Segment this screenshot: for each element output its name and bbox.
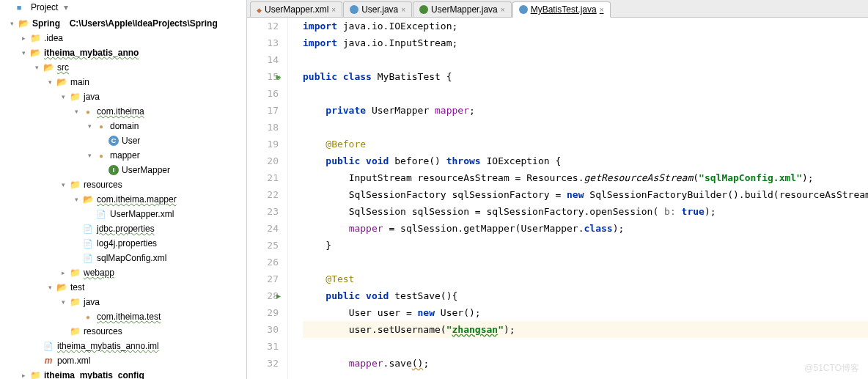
tree-item-main[interactable]: ▾ main: [0, 75, 246, 89]
tree-item-test-resources[interactable]: 📁 resources: [0, 324, 246, 339]
tree-item-jdbc-props[interactable]: jdbc.properties: [0, 221, 246, 236]
item-label: com.itheima.test: [97, 312, 161, 322]
item-label: test: [70, 282, 84, 292]
chevron-down-icon[interactable]: ▾: [70, 194, 82, 205]
close-icon[interactable]: ×: [401, 6, 405, 14]
tree-item-usermapper-xml[interactable]: UserMapper.xml: [0, 207, 246, 221]
item-label: java: [84, 297, 100, 307]
chevron-right-icon[interactable]: ▸: [18, 369, 29, 379]
item-label: com.itheima: [97, 106, 144, 117]
tree-item-src[interactable]: ▾ src: [0, 60, 246, 75]
tree-item-iml[interactable]: itheima_mybatis_anno.iml: [0, 339, 246, 353]
tree-item-user-class[interactable]: C User: [0, 133, 246, 148]
editor-tabs: UserMapper.xml × User.java × UserMapper.…: [247, 0, 868, 18]
chevron-down-icon[interactable]: ▾: [57, 91, 69, 103]
tree-item-main-java[interactable]: ▾ 📁 java: [0, 89, 246, 104]
tree-item-idea[interactable]: ▸ .idea: [0, 31, 246, 45]
tree-item-com-itheima-test[interactable]: com.itheima.test: [0, 309, 246, 324]
module-icon: [29, 369, 41, 379]
class-icon: [350, 5, 358, 14]
tree-item-test-java[interactable]: ▾ 📁 java: [0, 295, 246, 309]
item-label: itheima_mybatis_anno: [44, 48, 139, 58]
tab-usermapper-xml[interactable]: UserMapper.xml ×: [250, 1, 342, 17]
chevron-down-icon[interactable]: ▾: [57, 296, 69, 308]
test-src-icon: 📁: [69, 296, 81, 308]
chevron-down-icon[interactable]: ▾: [31, 62, 43, 73]
item-label: pom.xml: [57, 356, 90, 366]
tree-item-resources[interactable]: ▾ 📁 resources: [0, 177, 246, 192]
chevron-down-icon[interactable]: ▾: [57, 179, 69, 191]
tree-item-sqlmap-xml[interactable]: sqlMapConfig.xml: [0, 251, 246, 265]
item-label: main: [70, 77, 89, 87]
folder-icon: [18, 18, 29, 29]
java-src-icon: 📁: [69, 91, 81, 103]
tree-item-domain[interactable]: ▾ domain: [0, 119, 246, 133]
chevron-down-icon[interactable]: ▾: [18, 47, 29, 59]
close-icon[interactable]: ×: [501, 6, 505, 14]
tree-item-mapper-pkg[interactable]: ▾ mapper: [0, 148, 246, 163]
xml-icon: [95, 208, 107, 220]
project-root[interactable]: ▾ Spring C:\Users\Apple\IdeaProjects\Spr…: [0, 16, 246, 31]
item-label: resources: [84, 326, 122, 336]
class-icon: C: [108, 136, 119, 146]
run-gutter-icon[interactable]: ▶: [276, 287, 281, 304]
tab-label: UserMapper.xml: [265, 4, 328, 15]
chevron-down-icon[interactable]: ▾: [84, 120, 95, 132]
tree-item-module-config[interactable]: ▸ itheima_mybatis_config: [0, 368, 246, 379]
code-editor[interactable]: 12131415▶↻16171819202122232425262728▶293…: [247, 18, 868, 379]
tree-item-test[interactable]: ▾ test: [0, 280, 246, 295]
chevron-down-icon[interactable]: ▾: [84, 150, 95, 161]
package-icon: [82, 106, 94, 117]
project-tool-window[interactable]: Project ▾ ▾ Spring C:\Users\Apple\IdeaPr…: [0, 0, 247, 379]
chevron-down-icon[interactable]: ▾: [44, 76, 56, 88]
maven-icon: [43, 355, 54, 367]
properties-icon: [82, 238, 94, 249]
chevron-down-icon[interactable]: ▾: [6, 18, 18, 29]
item-label: webapp: [84, 268, 114, 278]
properties-icon: [82, 223, 94, 235]
editor-panel: UserMapper.xml × User.java × UserMapper.…: [247, 0, 868, 379]
tab-usermapper-java[interactable]: UserMapper.java ×: [413, 1, 512, 17]
code-area[interactable]: import java.io.IOException; import java.…: [288, 18, 868, 379]
chevron-down-icon[interactable]: ▾: [44, 282, 56, 293]
recursive-gutter-icon[interactable]: ↻: [275, 68, 281, 85]
tree-item-pom[interactable]: pom.xml: [0, 353, 246, 368]
collapse-icon[interactable]: ▾: [64, 2, 68, 12]
tab-label: UserMapper.java: [431, 4, 498, 15]
folder-icon: [43, 62, 54, 73]
editor-gutter[interactable]: 12131415▶↻16171819202122232425262728▶293…: [247, 18, 288, 379]
item-label: java: [84, 92, 100, 102]
xml-icon: [257, 4, 262, 15]
project-header[interactable]: Project ▾: [0, 0, 246, 15]
item-label: mapper: [110, 150, 140, 161]
tree-item-com-itheima-mapper[interactable]: ▾ com.itheima.mapper: [0, 192, 246, 207]
tab-user-java[interactable]: User.java ×: [343, 1, 412, 17]
item-label: resources: [84, 180, 122, 190]
tree-item-com-itheima[interactable]: ▾ com.itheima: [0, 104, 246, 119]
root-path: C:\Users\Apple\IdeaProjects\Spring: [65, 17, 222, 30]
tab-label: User.java: [361, 4, 398, 15]
project-label: Project: [31, 2, 58, 12]
watermark: @51CTO博客: [804, 362, 859, 375]
tab-mybatistest-java[interactable]: MyBatisTest.java ×: [512, 1, 611, 18]
tree-item-usermapper[interactable]: I UserMapper: [0, 163, 246, 177]
interface-icon: I: [108, 165, 119, 175]
chevron-down-icon[interactable]: ▾: [70, 106, 82, 117]
tree-item-module-anno[interactable]: ▾ itheima_mybatis_anno: [0, 45, 246, 60]
tree-item-log4j-props[interactable]: log4j.properties: [0, 236, 246, 251]
iml-icon: [43, 340, 54, 352]
tree-item-webapp[interactable]: ▸ webapp: [0, 265, 246, 280]
close-icon[interactable]: ×: [331, 6, 336, 14]
item-label: UserMapper.xml: [110, 209, 174, 219]
web-folder-icon: [69, 267, 81, 279]
item-label: jdbc.properties: [97, 224, 155, 234]
folder-icon: [29, 32, 41, 44]
chevron-right-icon[interactable]: ▸: [57, 267, 69, 279]
chevron-right-icon[interactable]: ▸: [18, 32, 29, 44]
item-label: User: [122, 136, 140, 146]
folder-icon: [56, 76, 67, 88]
module-icon: [29, 47, 41, 59]
folder-icon: [56, 282, 67, 293]
item-label: log4j.properties: [97, 238, 157, 249]
close-icon[interactable]: ×: [600, 6, 604, 14]
